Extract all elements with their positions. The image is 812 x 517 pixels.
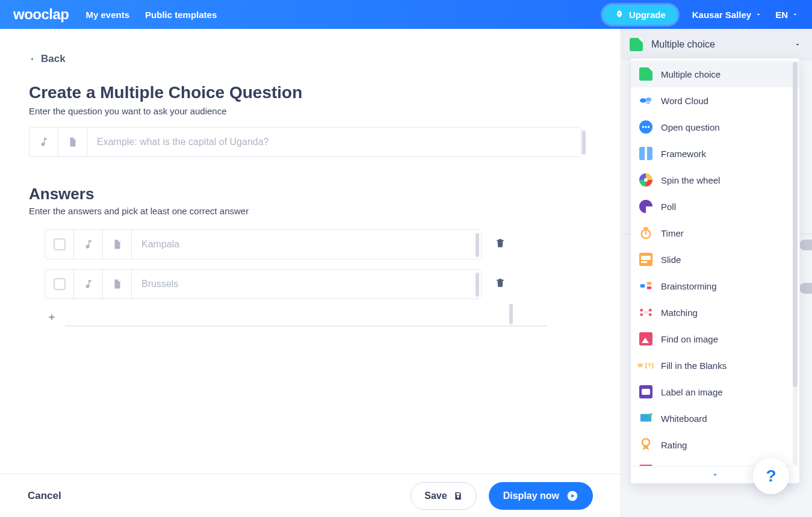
qtype-option-label: Word Cloud	[661, 96, 708, 106]
help-button[interactable]: ?	[753, 458, 789, 494]
answer-attach-audio-button[interactable]	[74, 270, 103, 299]
display-label: Display now	[503, 491, 559, 501]
add-answer-row	[45, 309, 592, 326]
qtype-option-label-image[interactable]: Label an image	[631, 379, 799, 405]
qtype-option-rating[interactable]: Rating	[631, 432, 799, 458]
nav-my-events[interactable]: My events	[86, 10, 130, 20]
save-label: Save	[424, 491, 447, 501]
back-button[interactable]: Back	[29, 53, 66, 65]
editor-footer: Cancel Save Display now	[0, 474, 621, 517]
qtype-option-timer[interactable]: Timer	[631, 220, 799, 246]
spin-wheel-icon	[639, 173, 652, 187]
add-answer-button[interactable]	[45, 310, 59, 326]
qtype-option-label: Rating	[661, 440, 687, 450]
scrollbar[interactable]	[476, 273, 479, 297]
chevron-down-icon	[792, 11, 799, 18]
chevron-down-icon	[755, 11, 762, 18]
qtype-option-word-cloud[interactable]: Word Cloud	[631, 87, 799, 114]
page-title: Create a Multiple Choice Question	[29, 83, 592, 102]
save-button[interactable]: Save	[411, 482, 476, 510]
qtype-option-label: Open question	[661, 122, 720, 132]
framework-icon	[639, 147, 652, 160]
svg-point-4	[642, 126, 644, 128]
question-type-selected-label: Multiple choice	[651, 39, 794, 50]
answer-row	[45, 229, 592, 259]
cancel-button[interactable]: Cancel	[28, 490, 61, 502]
nav-public-templates[interactable]: Public templates	[145, 10, 217, 20]
delete-answer-button[interactable]	[495, 237, 506, 252]
answer-input[interactable]	[132, 270, 481, 299]
qtype-option-label: Brainstorming	[661, 281, 717, 291]
question-type-dropdown: Multiple choiceWord CloudOpen questionFr…	[630, 58, 800, 484]
trash-icon	[495, 237, 506, 249]
scrollbar[interactable]	[476, 233, 479, 257]
attach-audio-button[interactable]	[29, 128, 58, 156]
qtype-option-poll[interactable]: Poll	[631, 193, 799, 220]
svg-rect-8	[640, 284, 645, 288]
delete-answer-button[interactable]	[495, 277, 506, 291]
chevron-down-icon	[711, 471, 719, 479]
language-menu[interactable]: EN	[775, 10, 799, 20]
poll-icon	[639, 200, 652, 213]
svg-rect-9	[647, 282, 651, 285]
svg-rect-10	[647, 286, 651, 289]
question-row	[29, 127, 581, 157]
dropdown-scrollbar[interactable]	[793, 62, 798, 465]
svg-point-6	[648, 126, 649, 128]
qtype-option-open-question[interactable]: Open question	[631, 114, 799, 140]
caret-down-icon	[794, 41, 801, 48]
upgrade-button[interactable]: Upgrade	[603, 5, 678, 25]
slide-icon	[639, 253, 652, 266]
correct-answer-checkbox[interactable]	[54, 238, 66, 250]
rocket-icon	[615, 10, 624, 19]
answer-attach-file-button[interactable]	[103, 270, 132, 299]
answer-attach-file-button[interactable]	[103, 230, 132, 259]
question-type-selector[interactable]: Multiple choice	[621, 29, 812, 60]
file-icon	[112, 279, 123, 289]
music-icon	[83, 239, 94, 250]
qtype-option-framework[interactable]: Framework	[631, 140, 799, 167]
qtype-option-label: Matching	[661, 308, 698, 318]
upgrade-label: Upgrade	[629, 10, 666, 20]
qtype-option-whiteboard[interactable]: Whiteboard	[631, 405, 799, 432]
multiple-choice-icon	[639, 67, 652, 81]
answer-attach-audio-button[interactable]	[74, 230, 103, 259]
back-label: Back	[41, 53, 66, 65]
qtype-option-spin-wheel[interactable]: Spin the wheel	[631, 167, 799, 193]
sidebar-toggle[interactable]	[799, 240, 812, 250]
qtype-option-slide[interactable]: Slide	[631, 246, 799, 273]
qtype-option-multiple-choice[interactable]: Multiple choice	[631, 61, 799, 87]
attach-file-button[interactable]	[58, 128, 87, 156]
qtype-option-fill-blanks[interactable]: W [?]Fill in the Blanks	[631, 352, 799, 379]
chevron-left-icon	[29, 55, 35, 63]
display-now-button[interactable]: Display now	[489, 482, 593, 510]
qtype-option-find-on-image[interactable]: Find on image	[631, 326, 799, 352]
qtype-option-brainstorming[interactable]: Brainstorming	[631, 273, 799, 299]
answers-title: Answers	[29, 185, 592, 203]
qtype-option-matching[interactable]: Matching	[631, 299, 799, 326]
svg-point-5	[645, 126, 646, 128]
answers-subtitle: Enter the answers and pick at least one …	[29, 206, 592, 216]
editor-pane: Back Create a Multiple Choice Question E…	[0, 29, 621, 517]
qtype-option-label: Label an image	[661, 387, 723, 397]
user-menu[interactable]: Kausar Salley	[692, 10, 762, 20]
sidebar-toggle[interactable]	[799, 283, 812, 294]
qtype-option-label: Multiple choice	[661, 69, 721, 79]
svg-point-1	[640, 98, 646, 102]
answer-input[interactable]	[132, 230, 481, 259]
top-navbar: wooclap My events Public templates Upgra…	[0, 0, 812, 29]
svg-point-13	[649, 309, 652, 312]
correct-answer-checkbox[interactable]	[54, 278, 66, 290]
music-icon	[39, 137, 49, 147]
rating-icon	[639, 438, 652, 451]
svg-point-3	[646, 101, 650, 104]
multiple-choice-icon	[630, 38, 643, 51]
qtype-option-label: Find on image	[661, 334, 718, 344]
add-answer-underline[interactable]	[65, 326, 547, 326]
scrollbar[interactable]	[509, 304, 513, 324]
question-input[interactable]	[87, 128, 581, 156]
music-icon	[83, 279, 94, 289]
logo[interactable]: wooclap	[13, 6, 69, 23]
scrollbar[interactable]	[582, 131, 586, 155]
svg-point-11	[640, 309, 643, 312]
